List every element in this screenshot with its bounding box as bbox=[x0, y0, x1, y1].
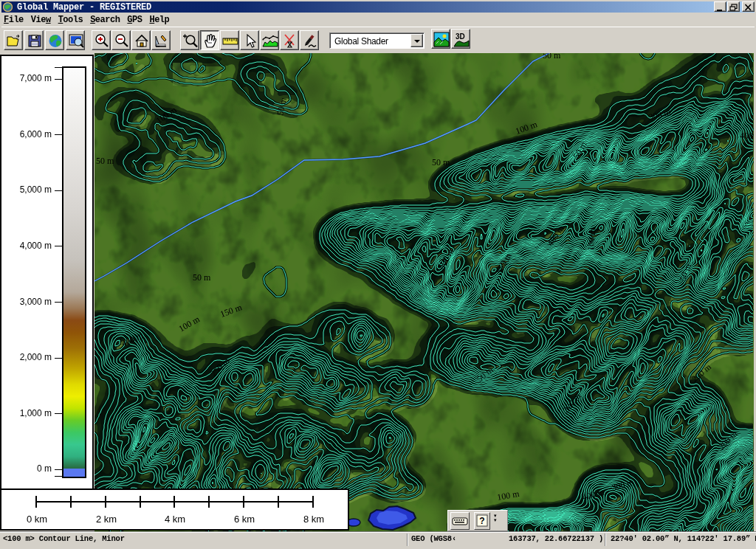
svg-text:50 m: 50 m bbox=[193, 272, 211, 283]
svg-text:50 m: 50 m bbox=[543, 53, 561, 61]
svg-text:50 m: 50 m bbox=[96, 156, 114, 166]
svg-text:50 m: 50 m bbox=[432, 157, 450, 168]
svg-text:3D: 3D bbox=[456, 32, 465, 41]
svg-text:100 m: 100 m bbox=[585, 227, 598, 251]
svg-text:400: 400 bbox=[740, 131, 753, 141]
svg-text:?: ? bbox=[479, 516, 484, 526]
